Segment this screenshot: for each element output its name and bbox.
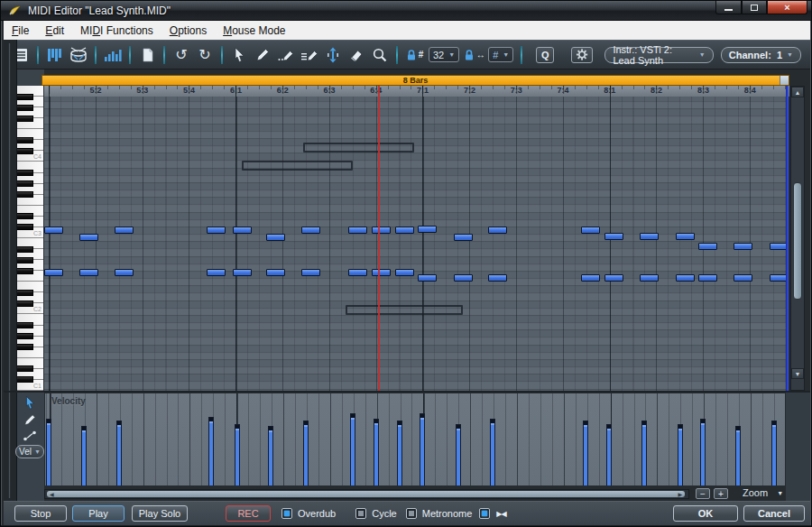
play-button[interactable]: Play <box>72 505 125 522</box>
pattern-draw-tool[interactable] <box>274 44 298 66</box>
zoom-menu[interactable]: Zoom▼ <box>743 487 783 498</box>
velocity-bar[interactable] <box>490 419 495 486</box>
menu-item-edit[interactable]: Edit <box>37 23 72 39</box>
midi-note[interactable] <box>581 227 600 234</box>
snap-select[interactable]: 32▼ <box>429 47 459 62</box>
black-key[interactable] <box>17 116 33 122</box>
midi-note[interactable] <box>372 269 391 276</box>
midi-note[interactable] <box>698 243 717 250</box>
vertical-scrollbar[interactable]: ▲ ▼ <box>790 86 805 391</box>
menu-item-mouse-mode[interactable]: Mouse Mode <box>215 23 293 39</box>
midi-note[interactable] <box>233 227 252 234</box>
menu-item-file[interactable]: File <box>4 23 37 39</box>
midi-note[interactable] <box>266 269 285 276</box>
ghost-note[interactable] <box>242 161 353 171</box>
range-bar[interactable]: 8 Bars <box>42 75 789 86</box>
black-key[interactable] <box>17 180 33 187</box>
black-key[interactable] <box>17 148 33 154</box>
velocity-draw-tool[interactable] <box>23 412 37 428</box>
redo-icon[interactable]: ↻ <box>193 44 217 66</box>
black-key[interactable] <box>17 191 33 198</box>
black-key[interactable] <box>17 137 33 143</box>
velocity-bar[interactable] <box>81 426 87 486</box>
velocity-bar[interactable] <box>771 421 777 486</box>
midi-note[interactable] <box>266 234 285 241</box>
velocity-bar[interactable] <box>46 419 51 486</box>
ghost-note[interactable] <box>303 143 414 153</box>
midi-note[interactable] <box>676 233 695 240</box>
velocity-bar[interactable] <box>678 424 683 486</box>
midi-note[interactable] <box>207 269 226 276</box>
drum-view-icon[interactable] <box>67 44 90 66</box>
black-key[interactable] <box>17 94 33 100</box>
midi-note[interactable] <box>698 274 717 282</box>
scroll-up-button[interactable]: ▲ <box>791 87 804 97</box>
black-key[interactable] <box>17 213 33 219</box>
midi-note[interactable] <box>581 274 600 282</box>
horizontal-scrollbar[interactable]: ◀ ▶ <box>44 489 689 499</box>
rec-button[interactable]: REC <box>226 505 271 522</box>
midi-note[interactable] <box>233 269 252 276</box>
ghost-note[interactable] <box>346 305 463 315</box>
velocity-select-tool[interactable] <box>23 395 37 411</box>
cycle-checkbox[interactable] <box>355 508 366 519</box>
midi-note[interactable] <box>640 233 659 240</box>
midi-note[interactable] <box>115 269 134 276</box>
velocity-bar[interactable] <box>397 421 402 486</box>
midi-note[interactable] <box>395 227 414 234</box>
midi-note[interactable] <box>770 274 786 282</box>
midi-note[interactable] <box>348 227 367 234</box>
black-key[interactable] <box>17 322 33 328</box>
menu-item-options[interactable]: Options <box>161 23 215 39</box>
midi-note[interactable] <box>734 243 752 250</box>
midi-note[interactable] <box>604 274 623 282</box>
ok-button[interactable]: OK <box>673 505 738 522</box>
velocity-bar[interactable] <box>606 424 612 486</box>
playhead-cursor[interactable] <box>378 86 380 391</box>
midi-note[interactable] <box>676 274 695 282</box>
follow-checkbox[interactable] <box>479 508 490 519</box>
note-grid[interactable] <box>44 97 786 391</box>
midi-note[interactable] <box>488 274 507 282</box>
midi-note[interactable] <box>372 227 391 234</box>
title-bar[interactable]: MIDI Editor "Lead Synth.MID" × <box>1 1 812 21</box>
velocity-tool[interactable] <box>321 44 345 66</box>
midi-note[interactable] <box>604 233 623 240</box>
velocity-bar[interactable] <box>641 421 647 486</box>
scroll-down-button[interactable]: ▼ <box>791 368 804 379</box>
black-key[interactable] <box>17 344 33 350</box>
black-key[interactable] <box>17 224 33 230</box>
black-key[interactable] <box>17 246 33 253</box>
midi-note[interactable] <box>454 234 473 241</box>
horizontal-zoom-out-button[interactable]: − <box>696 488 710 499</box>
velocity-lane[interactable]: Velocity <box>44 393 786 486</box>
velocity-bar[interactable] <box>583 421 588 486</box>
velocity-bar[interactable] <box>735 426 741 486</box>
vertical-scroll-thumb[interactable] <box>793 182 802 300</box>
zoom-tool[interactable] <box>368 44 392 66</box>
midi-note[interactable] <box>44 269 63 276</box>
velocity-bar[interactable] <box>303 421 309 486</box>
horizontal-scroll-thumb[interactable]: ◀ ▶ <box>47 491 685 497</box>
midi-note[interactable] <box>395 269 414 276</box>
horizontal-zoom-in-button[interactable]: + <box>714 488 728 499</box>
midi-note[interactable] <box>79 234 98 241</box>
cancel-button[interactable]: Cancel <box>743 505 805 522</box>
selection-tool[interactable] <box>227 44 251 66</box>
midi-note[interactable] <box>301 269 320 276</box>
midi-note[interactable] <box>418 274 437 282</box>
velocity-bar[interactable] <box>116 421 122 486</box>
velocity-bar[interactable] <box>235 424 240 486</box>
undo-icon[interactable]: ↺ <box>170 44 193 66</box>
black-key[interactable] <box>17 333 33 339</box>
line-draw-tool[interactable] <box>298 44 321 66</box>
stop-button[interactable]: Stop <box>14 505 67 522</box>
midi-note[interactable] <box>640 274 659 282</box>
velocity-bar[interactable] <box>700 419 706 486</box>
black-key[interactable] <box>17 365 33 372</box>
channel-select[interactable]: Channel: 1 ▼ <box>721 47 801 63</box>
velocity-bar[interactable] <box>456 424 461 486</box>
length-snap-select[interactable]: #▼ <box>488 47 513 62</box>
black-key[interactable] <box>17 170 33 176</box>
velocity-bar[interactable] <box>350 413 355 486</box>
